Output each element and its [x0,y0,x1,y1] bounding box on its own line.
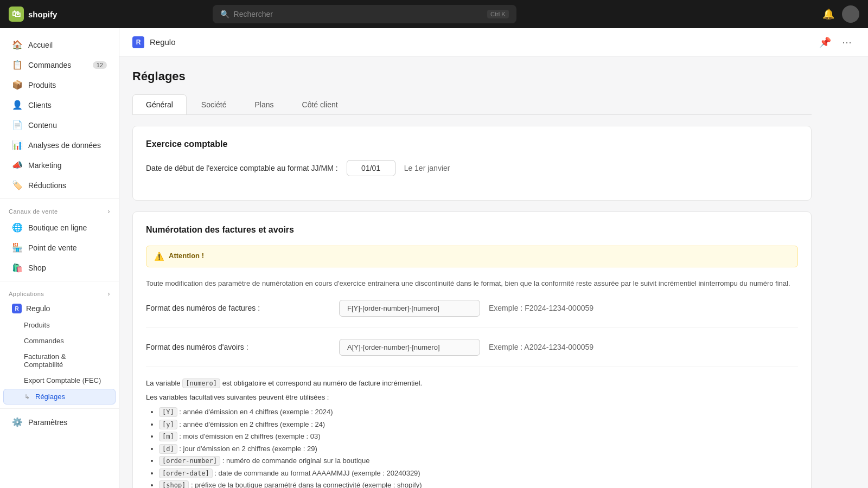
parametres-icon: ⚙️ [12,417,23,427]
vars-list-item: [d] : jour d'émission en 2 chiffres (exe… [159,444,798,454]
app-header-title: Regulo [150,37,176,47]
avoirs-format-input[interactable] [339,339,480,356]
divider-factures-avoirs [146,328,798,328]
content-area: Réglages Général Société Plans Côté clie… [119,56,825,488]
app-header: R Regulo 📌 ⋯ [119,28,868,56]
pin-button[interactable]: 📌 [816,34,834,50]
canaux-section-label[interactable]: Canaux de vente › [0,202,119,217]
vars-intro-text: La variable [numero] est obligatoire et … [146,378,798,389]
sidebar-item-label: Accueil [28,41,53,49]
tab-societe[interactable]: Société [188,94,240,114]
sub-produits-label: Produits [24,321,50,329]
warning-icon: ⚠️ [154,252,164,261]
applications-label: Applications [9,291,44,297]
sidebar-item-accueil[interactable]: 🏠 Accueil [3,35,116,54]
sidebar-item-parametres[interactable]: ⚙️ Paramètres [3,413,116,432]
divider-avoirs-vars [146,367,798,367]
sidebar-item-pdv[interactable]: 🏪 Point de vente [3,238,116,257]
sub-reglages-label: Réglages [35,393,65,401]
sidebar-item-label: Point de vente [28,243,77,252]
sidebar-item-commandes[interactable]: 📋 Commandes 12 [3,55,116,74]
parametres-label: Paramètres [28,418,67,427]
pdv-icon: 🏪 [12,242,23,253]
sidebar-item-boutique[interactable]: 🌐 Boutique en ligne [3,218,116,237]
sidebar-sub-facturation[interactable]: Facturation & Comptabilité [3,349,116,372]
sidebar-item-marketing[interactable]: 📣 Marketing [3,156,116,175]
app-header-actions: 📌 ⋯ [816,34,855,50]
sidebar-item-label: Shop [28,264,46,272]
shop-icon: 🛍️ [12,262,23,273]
logo-text: shopify [28,10,57,19]
sidebar-item-label: Produits [28,81,56,89]
exercice-card: Exercice comptable Date de début de l'ex… [132,126,812,201]
vars-list-item: [y] : année d'émission en 2 chiffres (ex… [159,419,798,430]
products-icon: 📦 [12,80,23,90]
commandes-badge: 12 [93,61,107,69]
sidebar-item-reductions[interactable]: 🏷️ Réductions [3,176,116,195]
sidebar-sub-produits[interactable]: Produits [3,318,116,332]
more-button[interactable]: ⋯ [839,34,855,50]
sub-facturation-label: Facturation & Comptabilité [24,352,107,369]
search-bar[interactable]: 🔍 Ctrl K [213,5,516,23]
vars-list-item: [order-number] : numéro de commande orig… [159,455,798,466]
logo[interactable]: 🛍 shopify [9,7,57,22]
sidebar-item-label: Commandes [28,61,71,69]
numerotation-card: Numérotation des factures et avoirs ⚠️ A… [132,211,812,488]
tab-general[interactable]: Général [132,94,187,114]
sidebar-item-shop[interactable]: 🛍️ Shop [3,258,116,277]
factures-format-input[interactable] [339,300,480,317]
sidebar-item-label: Marketing [28,161,61,170]
sidebar-divider-1 [0,198,119,199]
exercice-date-input[interactable] [347,160,395,176]
app-header-icon: R [132,36,144,48]
exercice-field-hint: Le 1er janvier [404,164,450,172]
sidebar-item-analyses[interactable]: 📊 Analyses de données [3,136,116,155]
sidebar: 🏠 Accueil 📋 Commandes 12 📦 Produits 👤 Cl… [0,28,119,488]
factures-example: Exemple : F2024-1234-000059 [489,304,593,312]
sidebar-item-produits[interactable]: 📦 Produits [3,75,116,94]
sidebar-item-contenu[interactable]: 📄 Contenu [3,115,116,134]
marketing-icon: 📣 [12,160,23,170]
layout: 🏠 Accueil 📋 Commandes 12 📦 Produits 👤 Cl… [0,28,868,488]
applications-section-label[interactable]: Applications › [0,285,119,300]
sidebar-sub-reglages[interactable]: ↳ Réglages [3,389,116,404]
avoirs-form-row: Format des numéros d'avoirs : Exemple : … [146,339,798,356]
search-input[interactable] [234,10,483,18]
canaux-arrow-icon: › [108,208,111,215]
search-shortcut: Ctrl K [487,10,509,18]
vars-list-item: [Y] : année d'émission en 4 chiffres (ex… [159,407,798,418]
search-icon: 🔍 [220,10,229,18]
factures-form-row: Format des numéros de factures : Exemple… [146,300,798,317]
tab-cote-client[interactable]: Côté client [289,94,352,114]
warning-title: Attention ! [169,252,204,260]
avoirs-example: Exemple : A2024-1234-000059 [489,343,593,351]
boutique-icon: 🌐 [12,222,23,233]
sidebar-sub-commandes[interactable]: Commandes [3,333,116,348]
analytics-icon: 📊 [12,140,23,150]
main-content: R Regulo 📌 ⋯ Réglages Général Société Pl… [119,28,868,488]
notifications-button[interactable]: 🔔 [820,6,837,22]
vars-list: [Y] : année d'émission en 4 chiffres (ex… [146,407,798,488]
sidebar-item-clients[interactable]: 👤 Clients [3,95,116,114]
sidebar-divider-2 [0,281,119,281]
app-name-label: Regulo [26,304,50,313]
factures-label: Format des numéros de factures : [146,304,330,312]
sub-commandes-label: Commandes [24,337,64,345]
canaux-label: Canaux de vente [9,208,58,215]
sidebar-sub-export-fec[interactable]: Export Comptable (FEC) [3,373,116,388]
page-title: Réglages [132,69,812,84]
avatar[interactable] [842,5,859,23]
reglages-arrow-icon: ↳ [24,393,30,401]
sidebar-item-label: Contenu [28,121,57,130]
vars-optional-text: Les variables facultatives suivantes peu… [146,392,798,403]
tab-plans[interactable]: Plans [241,94,288,114]
topbar-right: 🔔 [820,5,859,23]
sidebar-item-label: Boutique en ligne [28,223,87,232]
sidebar-app-regulo[interactable]: R Regulo [3,300,116,317]
topbar: 🛍 shopify 🔍 Ctrl K 🔔 [0,0,868,28]
avoirs-label: Format des numéros d'avoirs : [146,343,330,351]
exercice-title: Exercice comptable [146,139,798,149]
home-icon: 🏠 [12,40,23,50]
sidebar-item-label: Analyses de données [28,141,101,150]
vars-code-numero: [numero] [182,378,220,388]
